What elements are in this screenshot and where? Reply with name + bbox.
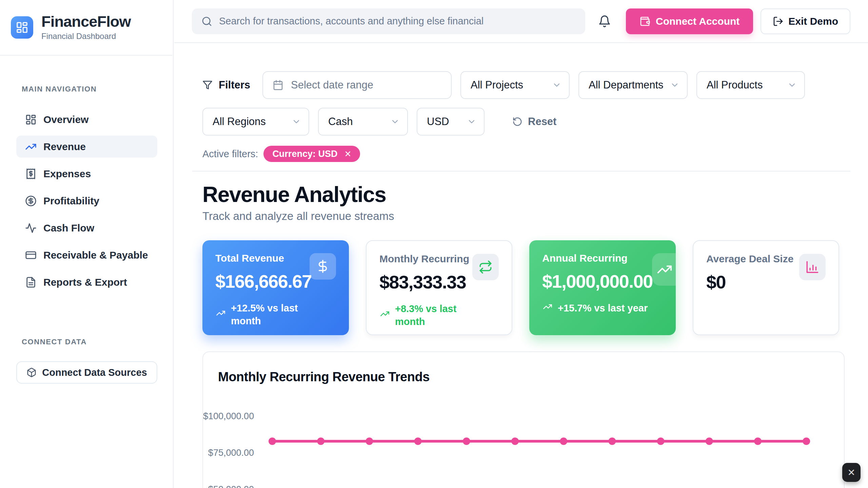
search-icon	[201, 16, 212, 27]
reset-label: Reset	[528, 116, 556, 128]
app-logo-icon	[11, 16, 33, 39]
bar-chart-icon	[805, 260, 820, 274]
close-icon: ✕	[847, 467, 855, 478]
sidebar-item-cash-flow[interactable]: Cash Flow	[16, 217, 157, 239]
brand[interactable]: FinanceFlow Financial Dashboard	[0, 0, 172, 56]
sidebar-item-label: Cash Flow	[43, 222, 94, 234]
trending-up-icon	[379, 309, 390, 322]
activity-icon	[25, 222, 37, 234]
regions-dropdown[interactable]: All Regions	[202, 108, 309, 136]
chevron-down-icon	[292, 117, 301, 126]
trending-up-icon	[215, 308, 226, 321]
close-button[interactable]: ✕	[842, 463, 861, 482]
connect-account-label: Connect Account	[656, 16, 739, 27]
circle-dollar-icon	[25, 195, 37, 207]
connect-data-sources-button[interactable]: Connect Data Sources	[16, 361, 157, 384]
mrr-trend-line	[203, 352, 845, 488]
package-icon	[26, 367, 37, 378]
credit-card-icon	[25, 249, 37, 261]
connect-data-section: CONNECT DATA Connect Data Sources	[16, 338, 157, 384]
kpi-icon-box	[799, 254, 826, 280]
connect-account-button[interactable]: Connect Account	[626, 8, 753, 34]
topbar-actions: Connect Account Exit Demo	[626, 8, 850, 34]
repeat-icon	[478, 260, 493, 274]
sidebar-item-overview[interactable]: Overview	[16, 108, 157, 130]
search-bar[interactable]	[192, 8, 585, 34]
search-input[interactable]	[218, 15, 576, 27]
payment-method-dropdown-value: Cash	[328, 116, 353, 128]
active-filters-label: Active filters:	[202, 148, 258, 160]
chevron-down-icon	[467, 117, 476, 126]
main-navigation: MAIN NAVIGATION OverviewRevenueExpensesP…	[16, 85, 157, 293]
projects-dropdown[interactable]: All Projects	[460, 71, 570, 99]
trending-up-icon	[542, 302, 553, 315]
calendar-icon	[273, 80, 283, 90]
sidebar-item-label: Revenue	[43, 141, 86, 152]
active-filters-row: Active filters: Currency: USD ✕	[202, 146, 850, 162]
sidebar: FinanceFlow Financial Dashboard MAIN NAV…	[0, 0, 174, 488]
kpi-card-total-revenue: Total Revenue$166,666.67+12.5% vs last m…	[202, 240, 349, 335]
wallet-icon	[639, 16, 650, 27]
filter-row-2: All Regions Cash USD Reset	[202, 108, 850, 136]
reset-filters-button[interactable]: Reset	[510, 115, 558, 128]
topbar: Connect Account Exit Demo	[174, 0, 868, 43]
chevron-down-icon	[670, 80, 679, 90]
payment-method-dropdown[interactable]: Cash	[318, 108, 408, 136]
projects-dropdown-value: All Projects	[471, 79, 523, 91]
chevron-down-icon	[552, 80, 561, 90]
kpi-icon-box	[472, 254, 499, 280]
receipt-icon	[25, 168, 37, 180]
notifications-button[interactable]	[598, 15, 611, 28]
kpi-change-text: +12.5% vs last month	[231, 302, 311, 327]
active-filter-chip-currency[interactable]: Currency: USD ✕	[263, 146, 360, 162]
sidebar-item-revenue[interactable]: Revenue	[16, 136, 157, 158]
mrr-trends-chart-card: Monthly Recurring Revenue Trends $100,00…	[202, 351, 845, 488]
chip-close-icon[interactable]: ✕	[344, 150, 351, 158]
nav-list: OverviewRevenueExpensesProfitabilityCash…	[16, 108, 157, 293]
sidebar-item-profitability[interactable]: Profitability	[16, 190, 157, 212]
layout-dashboard-icon	[25, 114, 37, 125]
funnel-icon	[202, 80, 213, 90]
app-subtitle: Financial Dashboard	[41, 32, 131, 41]
regions-dropdown-value: All Regions	[213, 116, 266, 128]
sidebar-item-expenses[interactable]: Expenses	[16, 163, 157, 185]
date-range-input[interactable]	[290, 79, 441, 92]
kpi-change-text: +15.7% vs last year	[558, 302, 648, 315]
rotate-ccw-icon	[512, 117, 522, 127]
kpi-card-annual-recurring: Annual Recurring$1,000,000.00+15.7% vs l…	[529, 240, 676, 335]
chevron-down-icon	[390, 117, 400, 126]
brand-text: FinanceFlow Financial Dashboard	[41, 14, 131, 41]
kpi-icon-box	[310, 253, 336, 280]
sidebar-item-label: Overview	[43, 114, 88, 125]
kpi-card-average-deal-size: Average Deal Size$0	[693, 240, 839, 335]
active-filter-chip-label: Currency: USD	[272, 149, 337, 159]
dollar-icon	[316, 259, 330, 273]
sidebar-item-label: Receivable & Payable	[43, 249, 148, 261]
kpi-label: Annual Recurring	[542, 252, 663, 264]
chevron-down-icon	[787, 80, 797, 90]
app-title: FinanceFlow	[41, 14, 131, 29]
kpi-card-monthly-recurring: Monthly Recurring$83,333.33+8.3% vs last…	[366, 240, 512, 335]
nav-section-label: MAIN NAVIGATION	[16, 85, 157, 94]
page-title: Revenue Analytics	[202, 183, 850, 206]
kpi-cards-row: Total Revenue$166,666.67+12.5% vs last m…	[202, 240, 850, 335]
sidebar-item-receivable-payable[interactable]: Receivable & Payable	[16, 244, 157, 266]
date-range-picker[interactable]	[262, 71, 452, 99]
trending-up-icon	[657, 262, 672, 277]
kpi-change: +12.5% vs last month	[215, 302, 336, 327]
trending-up-icon	[25, 141, 37, 152]
kpi-icon-box	[652, 253, 676, 286]
exit-demo-button[interactable]: Exit Demo	[761, 8, 850, 34]
departments-dropdown[interactable]: All Departments	[578, 71, 688, 99]
sidebar-item-reports-export[interactable]: Reports & Export	[16, 271, 157, 293]
sidebar-item-label: Reports & Export	[43, 277, 127, 288]
products-dropdown[interactable]: All Products	[696, 71, 805, 99]
connect-section-label: CONNECT DATA	[16, 338, 157, 346]
app-root: FinanceFlow Financial Dashboard MAIN NAV…	[0, 0, 868, 488]
currency-dropdown[interactable]: USD	[417, 108, 485, 136]
kpi-change: +15.7% vs last year	[542, 302, 663, 315]
kpi-change: +8.3% vs last month	[379, 303, 499, 328]
exit-demo-label: Exit Demo	[788, 16, 838, 27]
currency-dropdown-value: USD	[427, 116, 449, 128]
bell-icon	[598, 15, 611, 28]
